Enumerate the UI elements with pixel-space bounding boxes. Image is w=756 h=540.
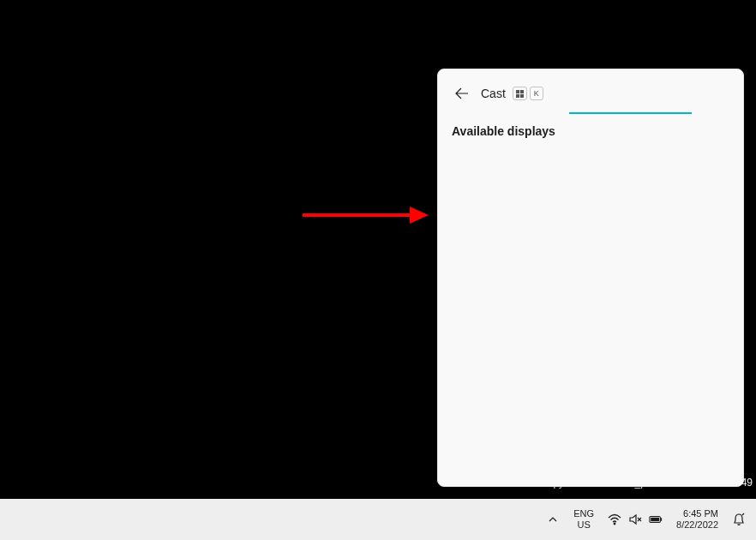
svg-point-6 xyxy=(614,523,615,525)
annotation-arrow-icon xyxy=(300,204,437,230)
language-indicator[interactable]: ENG US xyxy=(567,502,601,537)
notification-center-button[interactable] xyxy=(725,502,753,537)
clock-date: 8/22/2022 xyxy=(676,519,718,531)
svg-rect-0 xyxy=(516,90,519,93)
cast-panel: Cast K Available displays xyxy=(437,69,744,487)
scanning-progress-indicator xyxy=(569,112,692,114)
cast-panel-title: Cast xyxy=(481,87,506,100)
svg-rect-1 xyxy=(520,90,524,93)
shortcut-hint: K xyxy=(513,87,543,100)
system-tray-overflow[interactable] xyxy=(539,502,567,537)
svg-rect-9 xyxy=(651,518,659,521)
k-key-label: K xyxy=(530,87,543,100)
cast-panel-header: Cast K xyxy=(452,80,729,107)
back-button[interactable] xyxy=(452,83,472,104)
svg-rect-3 xyxy=(520,93,524,97)
battery-icon xyxy=(649,513,663,526)
windows-key-icon xyxy=(513,87,527,100)
wifi-icon xyxy=(608,513,621,526)
arrow-left-icon xyxy=(455,87,469,100)
svg-marker-5 xyxy=(410,207,429,224)
language-bottom: US xyxy=(578,519,591,531)
system-tray-icons[interactable] xyxy=(601,502,669,537)
svg-rect-8 xyxy=(661,518,662,521)
bell-icon xyxy=(732,513,746,526)
clock[interactable]: 6:45 PM 8/22/2022 xyxy=(669,502,725,537)
volume-muted-icon xyxy=(628,513,642,526)
taskbar: ENG US 6:45 PM 8/22/2022 xyxy=(0,499,756,540)
svg-rect-2 xyxy=(516,93,519,97)
clock-time: 6:45 PM xyxy=(683,508,718,519)
language-top: ENG xyxy=(573,508,594,519)
chevron-up-icon xyxy=(548,514,558,525)
available-displays-heading: Available displays xyxy=(452,124,729,138)
